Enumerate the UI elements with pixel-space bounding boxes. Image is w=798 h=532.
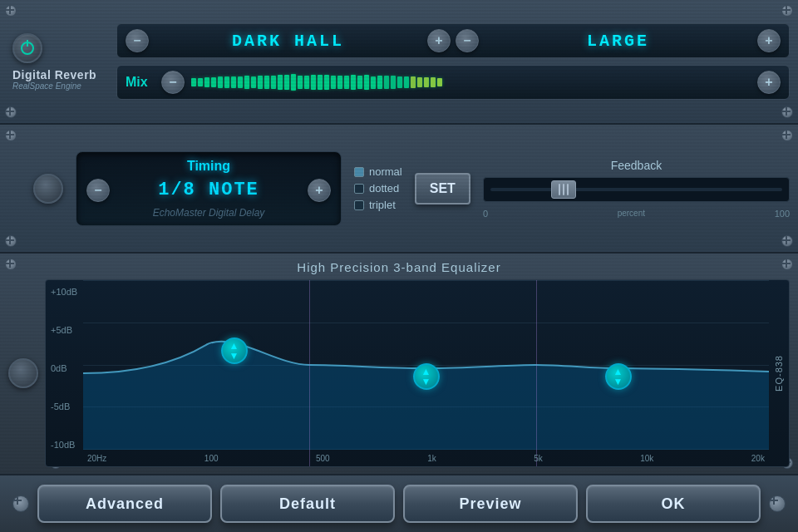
eq-label-container: EQ-838 — [769, 280, 789, 466]
preset-size-inc-button[interactable]: + — [757, 29, 781, 52]
screw-bl — [5, 106, 17, 118]
eq-x-10k: 10k — [640, 454, 653, 463]
main-container: Digital Reverb RealSpace Engine − DARK H… — [0, 0, 798, 532]
timing-triplet-label: triplet — [369, 199, 396, 211]
preset-size-dec-button[interactable]: − — [456, 29, 479, 52]
timing-dotted-checkbox[interactable] — [354, 184, 364, 194]
feedback-thumb[interactable] — [551, 180, 576, 199]
feedback-section: Feedback 0 percent 100 — [483, 159, 790, 219]
reverb-controls: − DARK HALL + − LARGE + Mix − + — [116, 23, 790, 100]
eq-vline-1 — [309, 280, 310, 466]
thumb-line-3 — [567, 184, 569, 195]
ok-button[interactable]: OK — [586, 485, 761, 523]
timing-normal-checkbox[interactable] — [354, 167, 364, 177]
eq-inner: +10dB +5dB 0dB -5dB -10dB — [8, 279, 790, 467]
eq-handle-arrows-3: ▲▼ — [613, 367, 623, 387]
advanced-button[interactable]: Advanced — [37, 485, 212, 523]
reverb-logo: Digital Reverb RealSpace Engine — [8, 33, 108, 91]
delay-note-display: 1/8 NOTE — [116, 180, 301, 200]
screw-tr — [781, 5, 793, 17]
eq-title: High Precision 3-band Equalizer — [8, 260, 790, 274]
eq-screw-tl — [5, 259, 17, 270]
screw-br — [781, 106, 793, 118]
delay-note-inc-button[interactable]: + — [308, 179, 331, 202]
preset-name-dec-button[interactable]: − — [126, 29, 149, 52]
range-max: 100 — [775, 209, 790, 219]
feedback-slider[interactable] — [483, 177, 790, 202]
thumb-line-1 — [559, 184, 560, 195]
eq-vline-2 — [536, 280, 537, 466]
eq-label: EQ-838 — [774, 355, 784, 392]
reverb-subtitle: RealSpace Engine — [12, 81, 81, 91]
delay-screw-br — [781, 235, 793, 247]
timing-dotted-label: dotted — [369, 182, 399, 195]
eq-x-500: 500 — [316, 454, 330, 463]
feedback-track — [490, 188, 782, 191]
preset-size-display: LARGE — [484, 32, 752, 51]
feedback-label: Feedback — [611, 159, 662, 172]
delay-screw-bl — [5, 235, 17, 247]
timing-options: normal dotted triplet — [354, 165, 402, 211]
range-min: 0 — [483, 209, 488, 219]
thumb-line-2 — [563, 184, 564, 195]
eq-section: High Precision 3-band Equalizer +10dB +5… — [0, 254, 798, 474]
feedback-range: 0 percent 100 — [483, 209, 790, 219]
delay-power-button[interactable] — [33, 174, 63, 204]
power-icon — [21, 42, 34, 55]
timing-triplet-checkbox[interactable] — [354, 200, 364, 210]
preview-button[interactable]: Preview — [403, 485, 578, 523]
eq-screw-tr — [781, 259, 793, 270]
mix-meter — [191, 72, 751, 92]
delay-screw-tl — [5, 130, 17, 141]
eq-x-1k: 1k — [427, 454, 436, 463]
eq-y-axis: +10dB +5dB 0dB -5dB -10dB — [46, 280, 83, 466]
preset-name-inc-button[interactable]: + — [427, 29, 451, 52]
delay-section: Timing − 1/8 NOTE + EchoMaster Digital D… — [0, 125, 798, 254]
mix-inc-button[interactable]: + — [757, 71, 781, 94]
mix-row: Mix − + — [116, 65, 790, 100]
delay-note-row: − 1/8 NOTE + — [86, 179, 331, 202]
eq-handle-2[interactable]: ▲▼ — [413, 363, 440, 390]
eq-x-5k: 5k — [534, 454, 543, 463]
reverb-power-button[interactable] — [12, 33, 42, 63]
eq-x-axis: 20Hz 100 500 1k 5k 10k 20k — [83, 450, 769, 466]
timing-normal[interactable]: normal — [354, 165, 402, 178]
eq-handle-arrows-2: ▲▼ — [421, 367, 431, 387]
delay-brand: EchoMaster Digital Delay — [86, 207, 331, 219]
set-button[interactable]: SET — [415, 173, 470, 204]
delay-display: Timing − 1/8 NOTE + EchoMaster Digital D… — [76, 151, 342, 226]
range-label: percent — [618, 209, 645, 219]
preset-name-display: DARK HALL — [154, 32, 422, 51]
timing-dotted[interactable]: dotted — [354, 182, 402, 195]
timing-normal-label: normal — [369, 165, 402, 178]
eq-y-0: 0dB — [51, 363, 78, 373]
reverb-title: Digital Reverb — [12, 68, 96, 81]
mix-label: Mix — [126, 75, 155, 90]
mix-dec-button[interactable]: − — [161, 71, 185, 94]
bottom-screw-right — [769, 495, 786, 512]
eq-graph: +10dB +5dB 0dB -5dB -10dB — [45, 279, 790, 467]
eq-y-n5: -5dB — [51, 401, 78, 411]
bottom-screw-left — [12, 495, 29, 512]
eq-handle-1[interactable]: ▲▼ — [221, 337, 248, 364]
preset-row: − DARK HALL + − LARGE + — [116, 23, 790, 58]
delay-screw-tr — [781, 130, 793, 141]
bottom-bar: Advanced Default Preview OK — [0, 474, 798, 532]
delay-note-dec-button[interactable]: − — [86, 179, 110, 202]
eq-handle-3[interactable]: ▲▼ — [605, 363, 632, 390]
eq-x-20k: 20k — [751, 454, 765, 463]
eq-x-100: 100 — [204, 454, 219, 463]
delay-title: Timing — [86, 159, 331, 174]
timing-triplet[interactable]: triplet — [354, 199, 402, 211]
eq-y-5: +5dB — [51, 325, 78, 335]
eq-x-20hz: 20Hz — [87, 454, 106, 463]
default-button[interactable]: Default — [220, 485, 395, 523]
eq-power-button[interactable] — [8, 358, 38, 388]
screw-tl — [5, 5, 17, 17]
eq-plot-area: ▲▼ ▲▼ ▲▼ 20Hz 100 500 1k 5k — [83, 280, 769, 466]
eq-y-n10: -10dB — [51, 440, 78, 450]
reverb-section: Digital Reverb RealSpace Engine − DARK H… — [0, 0, 798, 125]
eq-handle-arrows-1: ▲▼ — [229, 341, 239, 361]
eq-y-10: +10dB — [51, 287, 78, 297]
